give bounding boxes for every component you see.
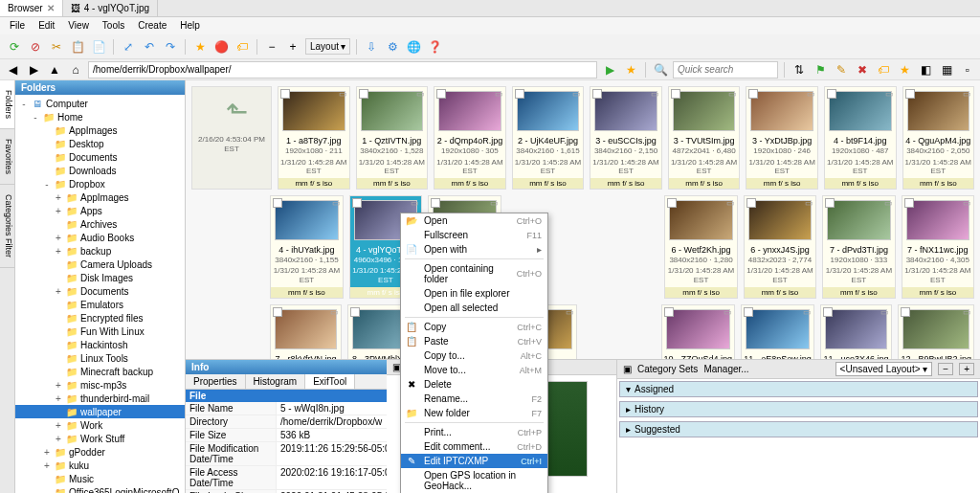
checkbox[interactable] (350, 307, 360, 317)
export-icon[interactable]: ⇩ (363, 38, 380, 56)
parent-folder-icon[interactable]: ⬑ (196, 91, 277, 131)
tree-item[interactable]: +📁Work Stuff (15, 432, 185, 445)
context-menu-item[interactable]: Edit comment...Ctrl+D (401, 439, 547, 454)
tree-item[interactable]: 📁Fun With Linux (15, 325, 185, 338)
tree-item[interactable]: 📁Minecraft backup (15, 365, 185, 378)
tree-item[interactable]: +📁Audio Books (15, 231, 185, 244)
flag-icon[interactable]: ▭ (411, 198, 419, 208)
tree-item[interactable]: 📁Music (15, 472, 185, 485)
expand-icon[interactable]: + (42, 460, 52, 471)
thumbnail[interactable]: ▭12 - B9BwUB2.jpg5208x2883 · 1,462mm f/ … (898, 304, 974, 359)
context-menu-item[interactable]: Open in file explorer (401, 286, 547, 301)
menu-file[interactable]: File (4, 19, 31, 33)
expand-icon[interactable]: + (42, 447, 52, 458)
tree-item[interactable]: -📁Dropbox (15, 177, 185, 190)
star-icon[interactable]: ★ (622, 61, 639, 78)
layout-dropdown[interactable]: Layout ▾ (305, 38, 350, 55)
thumbnail[interactable]: ▭6 - ynxxJ4S.jpg4832x2023 · 2,7741/31/20… (744, 195, 816, 299)
globe-icon[interactable]: 🌐 (405, 38, 422, 56)
context-menu-item[interactable]: Open containing folderCtrl+O (401, 261, 547, 286)
tree-item[interactable]: -🖥Computer (15, 97, 185, 110)
flag-icon[interactable]: ▭ (963, 307, 971, 317)
search-input[interactable] (673, 61, 778, 78)
back-icon[interactable]: ◀ (4, 61, 21, 78)
tab-image[interactable]: 🖼4 - vglYQoT.jpg (63, 0, 158, 16)
zoom-in-icon[interactable]: + (284, 38, 301, 56)
tree-item[interactable]: 📁Encrypted files (15, 311, 185, 325)
go-icon[interactable]: ▶ (601, 61, 618, 78)
tree-item[interactable]: 📁Camera Uploads (15, 258, 185, 271)
checkbox[interactable] (273, 198, 282, 208)
tree-item[interactable]: 📁wallpaper (15, 405, 185, 418)
tree-item[interactable]: 📁Emulators (15, 298, 185, 311)
tree-item[interactable]: +📁Documents (15, 284, 185, 298)
up-icon[interactable]: ▲ (46, 61, 63, 78)
home-icon[interactable]: ⌂ (67, 61, 84, 78)
tree-item[interactable]: 📁Linux Tools (15, 351, 185, 365)
checkbox[interactable] (664, 307, 674, 317)
tree-item[interactable]: 📁AppImages (15, 123, 185, 137)
thumbnail[interactable]: ▭6 - Wetf2Kh.jpg3840x2160 · 1,2801/31/20… (664, 195, 737, 299)
tag2-icon[interactable]: 🏷 (875, 61, 892, 78)
context-menu-item[interactable]: 📋PasteCtrl+V (401, 334, 547, 348)
delete-icon[interactable]: ✖ (854, 61, 871, 78)
flag-icon[interactable]: ▭ (495, 89, 503, 99)
reload-icon[interactable]: ⟳ (6, 38, 23, 56)
address-input[interactable] (88, 61, 597, 78)
thumbnail[interactable]: ▭2 - dQmp4oR.jpg1920x1080 · 3051/31/20 1… (434, 86, 506, 190)
checkbox[interactable] (671, 89, 680, 99)
cat-section-history[interactable]: ▸History (619, 401, 978, 417)
expand-icon[interactable]: + (54, 246, 63, 257)
layout-add-button[interactable]: + (959, 363, 974, 375)
thumbnail[interactable]: ▭2 - UjK4eUF.jpg3840x2160 · 1,6151/31/20… (512, 86, 585, 190)
tree-item[interactable]: 📁Desktop (15, 137, 185, 150)
flag-icon[interactable]: ▭ (330, 307, 339, 317)
tree-item[interactable]: 📁Downloads (15, 164, 185, 177)
flag-icon[interactable]: ▭ (728, 89, 737, 99)
flag-icon[interactable]: ▭ (805, 198, 813, 208)
tag-icon[interactable]: 🏷 (234, 38, 251, 56)
context-menu-item[interactable]: 📁New folderF7 (401, 406, 547, 420)
tree-item[interactable]: -📁Home (15, 110, 185, 123)
checkbox[interactable] (359, 89, 368, 99)
tree-item[interactable]: 📁Office365LoginMicrosoftO (15, 485, 185, 493)
checkbox[interactable] (431, 198, 440, 208)
tree-item[interactable]: +📁Apps (15, 204, 185, 217)
thumbnail[interactable]: ▭11 - uce3X46.jpg1920x1080 · 341mm f/ s … (820, 304, 893, 359)
checkbox[interactable] (901, 307, 910, 317)
flag-icon[interactable]: ▭ (885, 89, 894, 99)
flag-icon[interactable]: ▭ (651, 89, 659, 99)
checkbox[interactable] (744, 307, 753, 317)
copy-icon[interactable]: 📋 (69, 38, 86, 56)
checkbox[interactable] (436, 89, 446, 99)
tree-item[interactable]: +📁backup (15, 244, 185, 258)
cat-toggle-icon[interactable]: ▣ (623, 364, 632, 374)
thumbnail[interactable]: ▭4 - QguApM4.jpg3840x2160 · 2,0501/31/20… (902, 86, 975, 190)
cat-section-assigned[interactable]: ▾Assigned (619, 381, 978, 397)
close-icon[interactable]: ✕ (47, 3, 55, 13)
menu-edit[interactable]: Edit (33, 19, 60, 33)
flag-icon[interactable]: ▭ (416, 89, 425, 99)
layout-select[interactable]: <Unsaved Layout> ▾ (835, 362, 933, 376)
rotate-left-icon[interactable]: ↶ (141, 38, 158, 56)
thumbnail[interactable]: ▭1 - QztIVTN.jpg3840x2160 · 1,5281/31/20… (356, 86, 429, 190)
flag-icon[interactable]: ▭ (339, 89, 347, 99)
checkbox[interactable] (352, 198, 362, 208)
expand-icon[interactable]: + (54, 393, 63, 404)
thumbnail[interactable]: ▭1 - a8T8y7.jpg1920x1080 · 2111/31/20 1:… (278, 86, 350, 190)
thumbnail[interactable]: ▭4 - bt9F14.jpg1920x1080 · 4871/31/20 1:… (824, 86, 897, 190)
stop-icon[interactable]: ⊘ (27, 38, 44, 56)
menu-help[interactable]: Help (174, 19, 206, 33)
context-menu-item[interactable]: Print...Ctrl+P (401, 425, 547, 439)
cut-icon[interactable]: ✂ (48, 38, 65, 56)
checkbox[interactable] (748, 89, 758, 99)
tab-exiftool[interactable]: ExifTool (305, 374, 355, 389)
cat-section-suggested[interactable]: ▸Suggested (619, 421, 978, 437)
settings-icon[interactable]: ⚙ (384, 38, 401, 56)
checkbox[interactable] (904, 198, 914, 208)
checkbox[interactable] (667, 198, 677, 208)
tree-item[interactable]: +📁AppImages (15, 190, 185, 204)
flag-icon[interactable]: ▭ (490, 198, 499, 208)
search-icon[interactable]: 🔍 (652, 61, 669, 78)
tab-browser[interactable]: Browser✕ (0, 0, 63, 16)
